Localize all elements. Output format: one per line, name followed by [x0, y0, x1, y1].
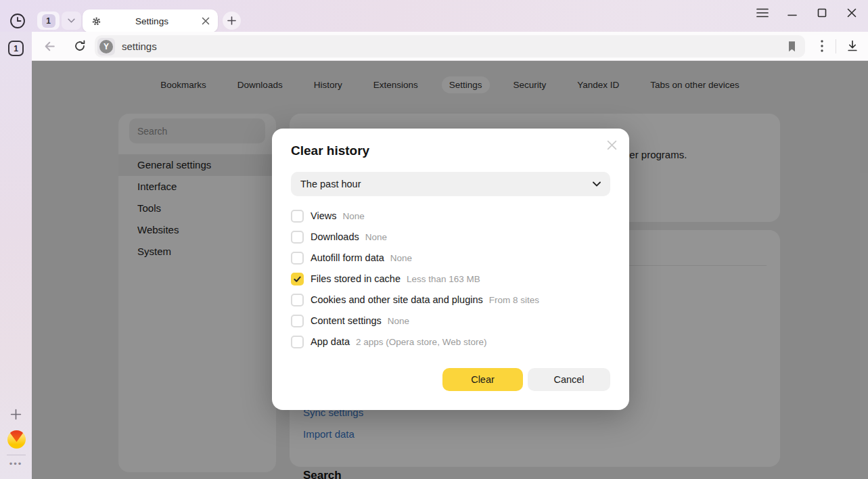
- chevron-down-icon: [593, 181, 601, 187]
- tab-title: Settings: [102, 16, 202, 26]
- kebab-icon: [821, 40, 823, 52]
- clear-options-list: Views None Downloads None Autofill form …: [291, 208, 610, 355]
- tab-group-badge: 1: [42, 14, 55, 28]
- site-icon: Y: [97, 38, 115, 55]
- row-cache[interactable]: Files stored in cache Less than 163 MB: [291, 271, 610, 286]
- maximize-icon: [817, 7, 827, 18]
- browser-menu-button[interactable]: [756, 7, 769, 19]
- rail-tab-counter[interactable]: 1: [8, 41, 24, 56]
- checkbox-detail: None: [342, 211, 364, 221]
- cancel-button[interactable]: Cancel: [528, 368, 610, 391]
- new-tab-button[interactable]: [223, 12, 241, 30]
- downloads-button[interactable]: [844, 38, 861, 54]
- checkbox[interactable]: [291, 231, 304, 244]
- checkbox[interactable]: [291, 294, 304, 306]
- clear-button[interactable]: Clear: [442, 368, 523, 391]
- checkbox-detail: Less than 163 MB: [407, 274, 480, 284]
- row-autofill[interactable]: Autofill form data None: [291, 250, 610, 265]
- checkbox[interactable]: [291, 210, 304, 223]
- checkbox-label: Cookies and other site data and plugins: [311, 294, 483, 305]
- back-arrow-icon: [43, 39, 57, 53]
- plus-icon: [227, 16, 236, 25]
- tab-group-chip[interactable]: 1: [37, 12, 81, 30]
- toolbar-more-button[interactable]: [814, 38, 830, 54]
- window-close-button[interactable]: [846, 7, 858, 19]
- checkbox[interactable]: [291, 273, 304, 286]
- checkbox-label: Content settings: [311, 315, 382, 326]
- dialog-close-button[interactable]: [605, 138, 618, 152]
- browser-tab-bar: 1 Settings: [0, 0, 868, 32]
- row-views[interactable]: Views None: [291, 208, 610, 223]
- gear-icon: [91, 16, 102, 27]
- checkbox-detail: None: [390, 253, 412, 263]
- check-icon: [293, 275, 302, 283]
- row-cookies[interactable]: Cookies and other site data and plugins …: [291, 292, 610, 307]
- chevron-down-icon: [68, 18, 75, 23]
- yandex-browser-logo[interactable]: [7, 430, 26, 449]
- clear-history-dialog: Clear history The past hour Views None D…: [272, 129, 629, 410]
- url-text: settings: [122, 41, 157, 52]
- rail-more-button[interactable]: •••: [0, 459, 32, 469]
- window-minimize-button[interactable]: [786, 7, 798, 19]
- checkbox[interactable]: [291, 252, 304, 265]
- reload-icon: [73, 39, 87, 53]
- dialog-title: Clear history: [291, 143, 369, 158]
- bookmark-flag-icon: [787, 41, 797, 53]
- history-clock-icon[interactable]: [9, 12, 26, 30]
- tab-close-icon[interactable]: [202, 17, 210, 25]
- close-icon: [846, 7, 857, 18]
- browser-toolbar: Settings Y settings: [32, 32, 868, 61]
- checkbox[interactable]: [291, 336, 304, 348]
- browser-side-rail: 1 •••: [0, 32, 32, 479]
- time-range-select[interactable]: The past hour: [291, 172, 610, 196]
- tab-group-expand-button[interactable]: [62, 12, 81, 30]
- checkbox-detail: 2 apps (Opera store, Web store): [356, 337, 486, 347]
- checkbox-detail: None: [388, 316, 409, 326]
- hamburger-icon: [756, 8, 769, 18]
- checkbox-label: Autofill form data: [311, 252, 384, 263]
- checkbox-detail: None: [365, 232, 387, 242]
- checkbox[interactable]: [291, 315, 304, 327]
- reload-button[interactable]: [72, 38, 88, 54]
- back-button[interactable]: [41, 38, 58, 54]
- tab-group-count[interactable]: 1: [37, 12, 60, 30]
- time-range-value: The past hour: [300, 179, 593, 189]
- row-content-settings[interactable]: Content settings None: [291, 313, 610, 328]
- checkbox-label: Downloads: [311, 231, 359, 242]
- download-icon: [846, 39, 859, 53]
- rail-add-button[interactable]: [7, 406, 24, 423]
- window-maximize-button[interactable]: [816, 7, 828, 19]
- row-app-data[interactable]: App data 2 apps (Opera store, Web store): [291, 334, 610, 349]
- bookmark-button[interactable]: [785, 40, 798, 53]
- close-icon: [607, 140, 617, 150]
- row-downloads[interactable]: Downloads None: [291, 229, 610, 244]
- checkbox-detail: From 8 sites: [489, 295, 539, 305]
- checkbox-label: Files stored in cache: [311, 273, 401, 284]
- toolbar-separator: [836, 39, 836, 53]
- active-tab[interactable]: Settings: [83, 9, 218, 32]
- plus-icon: [10, 409, 22, 420]
- checkbox-label: App data: [311, 336, 350, 347]
- minimize-icon: [787, 7, 798, 18]
- rail-divider: [7, 455, 26, 455]
- checkbox-label: Views: [311, 210, 336, 221]
- address-bar[interactable]: Y settings: [95, 35, 805, 58]
